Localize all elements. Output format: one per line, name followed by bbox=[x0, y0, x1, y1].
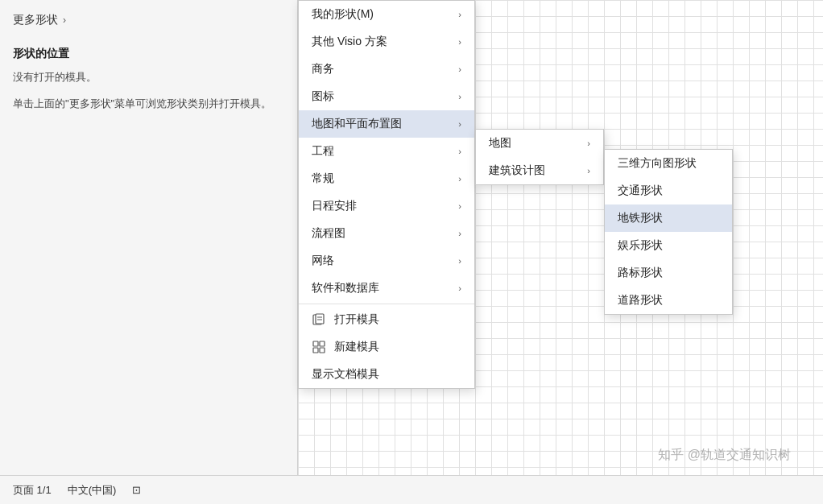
language-indicator: 中文(中国) bbox=[68, 483, 117, 498]
menu-item-map-label: 地图 bbox=[489, 136, 511, 151]
tertiary-menu: 三维方向图形状 交通形状 地铁形状 娱乐形状 路标形状 道路形状 bbox=[604, 149, 733, 315]
menu-item-other-visio-label: 其他 Visio 方案 bbox=[312, 35, 387, 49]
chevron-right-icon: › bbox=[458, 256, 461, 266]
more-shapes-link[interactable]: 更多形状 › bbox=[13, 13, 284, 27]
chevron-right-icon: › bbox=[458, 174, 461, 184]
chevron-right-icon: › bbox=[587, 166, 590, 176]
menu-item-metro-label: 地铁形状 bbox=[618, 211, 663, 225]
status-icon: ⊡ bbox=[132, 484, 141, 496]
menu-item-flowchart[interactable]: 流程图 › bbox=[299, 220, 474, 247]
shapes-position-title: 形状的位置 bbox=[13, 47, 284, 61]
svg-rect-7 bbox=[320, 348, 325, 353]
menu-item-roadsign-label: 路标形状 bbox=[618, 266, 663, 280]
primary-menu: 我的形状(M) › 其他 Visio 方案 › 商务 › 图标 › 地图和平面布… bbox=[298, 0, 475, 389]
menu-item-metro[interactable]: 地铁形状 bbox=[605, 204, 732, 232]
menu-item-my-shapes[interactable]: 我的形状(M) › bbox=[299, 1, 474, 28]
chevron-right-icon: › bbox=[458, 283, 461, 293]
menu-item-maps-label: 地图和平面布置图 bbox=[312, 117, 402, 131]
chevron-right-icon: › bbox=[458, 92, 461, 101]
menu-item-entertainment-label: 娱乐形状 bbox=[618, 238, 663, 253]
menu-item-3d-direction-label: 三维方向图形状 bbox=[618, 156, 697, 171]
left-panel: 更多形状 › 形状的位置 没有打开的模具。 单击上面的"更多形状"菜单可浏览形状… bbox=[0, 0, 298, 475]
menu-item-entertainment[interactable]: 娱乐形状 bbox=[605, 232, 732, 259]
menu-item-network[interactable]: 网络 › bbox=[299, 247, 474, 275]
secondary-menu: 地图 › 建筑设计图 › bbox=[475, 129, 604, 185]
menu-item-schedule-label: 日程安排 bbox=[312, 199, 357, 213]
svg-rect-1 bbox=[316, 314, 324, 324]
more-shapes-label: 更多形状 bbox=[13, 13, 58, 27]
menu-item-network-label: 网络 bbox=[312, 254, 334, 268]
show-doc-stencil-label: 显示文档模具 bbox=[312, 367, 379, 382]
menu-item-engineering[interactable]: 工程 › bbox=[299, 138, 474, 165]
menu-item-show-doc-stencil[interactable]: 显示文档模具 bbox=[299, 361, 474, 388]
chevron-right-icon: › bbox=[458, 147, 461, 156]
menu-item-general[interactable]: 常规 › bbox=[299, 165, 474, 192]
chevron-right-icon: › bbox=[458, 229, 461, 238]
open-stencil-icon bbox=[312, 312, 326, 327]
menu-item-architecture[interactable]: 建筑设计图 › bbox=[476, 157, 603, 184]
menu-item-icons[interactable]: 图标 › bbox=[299, 83, 474, 110]
open-stencil-label: 打开模具 bbox=[334, 312, 379, 327]
menu-item-maps[interactable]: 地图和平面布置图 › bbox=[299, 110, 474, 138]
chevron-right-icon: › bbox=[458, 119, 461, 129]
svg-rect-6 bbox=[313, 348, 318, 353]
menu-item-business-label: 商务 bbox=[312, 62, 334, 76]
chevron-right-icon: › bbox=[458, 37, 461, 47]
menu-item-icons-label: 图标 bbox=[312, 89, 334, 104]
menu-item-roadsign[interactable]: 路标形状 bbox=[605, 259, 732, 287]
menu-item-map[interactable]: 地图 › bbox=[476, 130, 603, 157]
menu-item-engineering-label: 工程 bbox=[312, 144, 334, 159]
chevron-right-icon: › bbox=[458, 201, 461, 211]
menu-item-business[interactable]: 商务 › bbox=[299, 56, 474, 83]
page-indicator: 页面 1/1 bbox=[13, 483, 52, 498]
menu-item-open-stencil[interactable]: 打开模具 bbox=[299, 306, 474, 333]
shapes-desc2: 单击上面的"更多形状"菜单可浏览形状类别并打开模具。 bbox=[13, 96, 284, 113]
new-stencil-icon bbox=[312, 340, 326, 354]
menu-item-schedule[interactable]: 日程安排 › bbox=[299, 192, 474, 220]
chevron-right-icon: › bbox=[63, 14, 66, 26]
menu-item-3d-direction[interactable]: 三维方向图形状 bbox=[605, 150, 732, 177]
chevron-right-icon: › bbox=[458, 64, 461, 74]
status-bar: 页面 1/1 中文(中国) ⊡ bbox=[0, 475, 823, 504]
chevron-right-icon: › bbox=[458, 10, 461, 19]
new-stencil-label: 新建模具 bbox=[334, 340, 379, 354]
menu-item-general-label: 常规 bbox=[312, 171, 334, 186]
menu-item-software-label: 软件和数据库 bbox=[312, 281, 379, 295]
menu-item-road-label: 道路形状 bbox=[618, 293, 663, 308]
shapes-desc1: 没有打开的模具。 bbox=[13, 69, 284, 86]
menu-item-my-shapes-label: 我的形状(M) bbox=[312, 7, 374, 22]
svg-rect-5 bbox=[320, 341, 325, 346]
menu-item-traffic[interactable]: 交通形状 bbox=[605, 177, 732, 204]
menu-item-software[interactable]: 软件和数据库 › bbox=[299, 275, 474, 302]
menu-item-architecture-label: 建筑设计图 bbox=[489, 163, 545, 178]
chevron-right-icon: › bbox=[587, 138, 590, 148]
menu-item-new-stencil[interactable]: 新建模具 bbox=[299, 333, 474, 361]
svg-rect-4 bbox=[313, 341, 318, 346]
menu-item-road[interactable]: 道路形状 bbox=[605, 287, 732, 314]
main-area: 更多形状 › 形状的位置 没有打开的模具。 单击上面的"更多形状"菜单可浏览形状… bbox=[0, 0, 823, 504]
menu-item-traffic-label: 交通形状 bbox=[618, 184, 663, 198]
menu-item-other-visio[interactable]: 其他 Visio 方案 › bbox=[299, 28, 474, 56]
menu-separator-1 bbox=[299, 304, 474, 304]
menu-item-flowchart-label: 流程图 bbox=[312, 226, 345, 241]
